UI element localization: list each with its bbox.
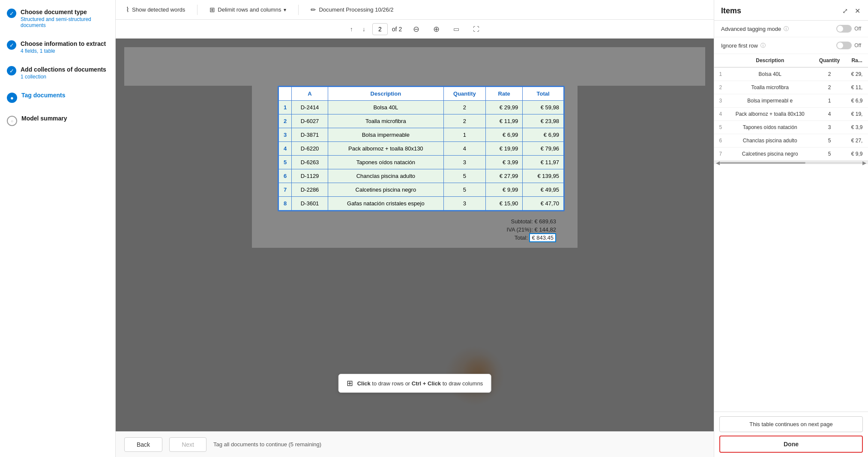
done-button[interactable]: Done	[719, 436, 863, 453]
cell-total: € 49,95	[523, 183, 564, 197]
right-cell-rate: € 27,	[846, 134, 868, 147]
ignore-first-row-switch[interactable]	[836, 42, 852, 49]
scroll-right-arrow[interactable]: ▶	[862, 160, 866, 166]
step-inactive-icon: ○	[7, 116, 17, 126]
nav-status-text: Tag all documents to continue (5 remaini…	[213, 441, 321, 448]
sidebar-item-choose-info[interactable]: ✓ Choose information to extract 4 fields…	[7, 40, 108, 54]
advanced-tagging-switch[interactable]	[836, 25, 852, 33]
table-row: 2 D-6027 Toalla microfibra 2 € 11,99 € 2…	[279, 114, 564, 128]
scroll-left-arrow[interactable]: ◀	[716, 160, 720, 166]
cell-qty: 2	[443, 101, 486, 114]
cell-desc: Chanclas piscina adulto	[328, 169, 444, 183]
cell-qty: 5	[443, 183, 486, 197]
pagination-bar: ↑ ↓ of 2 ⊖ ⊕ ▭ ⛶	[116, 20, 714, 39]
cell-qty: 1	[443, 128, 486, 142]
cell-rate: € 6,99	[486, 128, 523, 142]
right-cell-qty: 5	[813, 134, 846, 147]
right-col-quantity: Quantity	[813, 54, 846, 67]
cell-desc: Calcetines piscina negro	[328, 183, 444, 197]
cell-a: D-2414	[292, 101, 328, 114]
list-item: 5 Tapones oídos natación 3 € 3,9	[714, 121, 868, 134]
tooltip-icon: ⊞	[347, 379, 353, 388]
right-col-rate: Ra...	[846, 54, 868, 67]
next-page-button[interactable]: ↓	[360, 24, 368, 34]
back-button[interactable]: Back	[124, 437, 162, 452]
zoom-in-button[interactable]: ⊕	[431, 23, 442, 36]
total-value: € 843.45	[529, 233, 556, 242]
cell-total: € 6,99	[523, 128, 564, 142]
table-row: 1 D-2414 Bolsa 40L 2 € 29,99 € 59,98	[279, 101, 564, 114]
list-item: 3 Bolsa impermeabl e 1 € 6,9	[714, 94, 868, 108]
document-viewer[interactable]: A Description Quantity Rate Total 1 D-24…	[116, 39, 714, 431]
list-item: 7 Calcetines piscina negro 5 € 9,9	[714, 147, 868, 161]
sidebar-item-choose-type[interactable]: ✓ Choose document type Structured and se…	[7, 9, 108, 28]
prev-page-button[interactable]: ↑	[347, 24, 356, 34]
delimit-button[interactable]: ⊞ Delimit rows and columns ▾	[206, 4, 290, 15]
cell-qty: 2	[443, 114, 486, 128]
scroll-thumb[interactable]	[720, 162, 805, 164]
row-number: 8	[279, 197, 292, 210]
bottom-nav: Back Next Tag all documents to continue …	[116, 431, 714, 457]
advanced-tagging-toggle[interactable]: Off	[836, 25, 861, 33]
chevron-down-icon: ▾	[284, 7, 286, 13]
show-words-label: Show detected words	[132, 6, 185, 13]
horizontal-scrollbar[interactable]: ◀ ▶	[714, 161, 868, 164]
right-cell-desc: Bolsa 40L	[727, 67, 813, 81]
doc-header-area	[124, 47, 705, 86]
grid-icon: ⊞	[210, 6, 215, 14]
sidebar-item-tag-docs[interactable]: ● Tag documents	[7, 92, 108, 103]
advanced-tagging-row: Advanced tagging mode ⓘ Off	[714, 21, 868, 37]
sidebar-item-add-collections[interactable]: ✓ Add collections of documents 1 collect…	[7, 66, 108, 80]
row-number: 6	[279, 169, 292, 183]
fit-page-button[interactable]: ▭	[451, 24, 462, 35]
right-cell-desc: Calcetines piscina negro	[727, 147, 813, 161]
tooltip-text: Click to draw rows or Ctrl + Click to dr…	[357, 380, 483, 387]
cell-qty: 3	[443, 156, 486, 169]
advanced-tagging-info-icon[interactable]: ⓘ	[784, 25, 789, 33]
right-cell-desc: Chanclas piscina adulto	[727, 134, 813, 147]
fullscreen-button[interactable]: ⛶	[470, 24, 482, 34]
cell-qty: 3	[443, 197, 486, 210]
show-words-button[interactable]: ⌇ Show detected words	[123, 4, 189, 15]
next-button[interactable]: Next	[169, 437, 207, 452]
right-cell-qty: 2	[813, 81, 846, 94]
ignore-first-row-info-icon[interactable]: ⓘ	[760, 42, 766, 49]
cell-a: D-3871	[292, 128, 328, 142]
page-of-label: of 2	[392, 26, 402, 33]
iva-line: IVA (21%): € 144,82	[273, 226, 556, 233]
doc-processing-button[interactable]: ✏ Document Processing 10/26/2	[307, 4, 397, 15]
switch-knob-2	[837, 42, 843, 48]
cell-total: € 79,96	[523, 142, 564, 156]
sidebar-item-model-summary[interactable]: ○ Model summary	[7, 115, 108, 126]
panel-minimize-button[interactable]: ⤢	[841, 6, 849, 16]
ignore-first-row-toggle[interactable]: Off	[836, 42, 861, 49]
ignore-first-row-state: Off	[854, 42, 861, 48]
right-cell-desc: Toalla microfibra	[727, 81, 813, 94]
page-input[interactable]	[372, 23, 388, 35]
zoom-out-button[interactable]: ⊖	[410, 23, 422, 36]
table-row: 7 D-2286 Calcetines piscina negro 5 € 9,…	[279, 183, 564, 197]
right-cell-rate: € 3,9	[846, 121, 868, 134]
cell-a: D-3601	[292, 197, 328, 210]
cell-a: D-2286	[292, 183, 328, 197]
scroll-track[interactable]	[720, 162, 862, 164]
right-cell-qty: 5	[813, 147, 846, 161]
table-row: 3 D-3871 Bolsa impermeable 1 € 6,99 € 6,…	[279, 128, 564, 142]
row-number: 3	[279, 128, 292, 142]
ignore-first-row-row: Ignore first row ⓘ Off	[714, 37, 868, 54]
cell-desc: Gafas natación cristales espejo	[328, 197, 444, 210]
right-cell-rate: € 9,9	[846, 147, 868, 161]
cell-qty: 4	[443, 142, 486, 156]
list-item: 2 Toalla microfibra 2 € 11,	[714, 81, 868, 94]
cell-total: € 59,98	[523, 101, 564, 114]
panel-close-button[interactable]: ✕	[854, 6, 861, 16]
cell-total: € 23,98	[523, 114, 564, 128]
cell-rate: € 9,99	[486, 183, 523, 197]
right-panel-table-wrapper[interactable]: Description Quantity Ra... 1 Bolsa 40L 2…	[714, 54, 868, 412]
cell-a: D-6220	[292, 142, 328, 156]
step-sub-choose-info: 4 fields, 1 table	[21, 48, 106, 54]
right-cell-rate: € 19,	[846, 108, 868, 121]
total-line: Total: € 843.45	[273, 235, 556, 241]
continues-button[interactable]: This table continues on next page	[719, 416, 863, 432]
total-label: Total:	[515, 235, 530, 241]
